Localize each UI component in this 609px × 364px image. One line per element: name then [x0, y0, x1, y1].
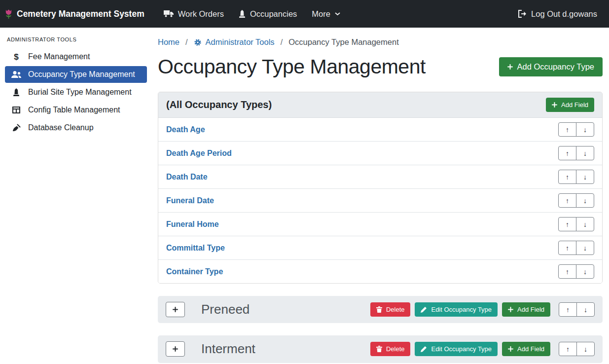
- sidebar-item-label: Database Cleanup: [28, 123, 94, 132]
- expand-button[interactable]: [166, 302, 185, 317]
- users-icon: [11, 71, 22, 78]
- plus-icon: [552, 102, 557, 108]
- field-link[interactable]: Container Type: [166, 267, 223, 276]
- field-row: Death Age↑↓: [158, 118, 602, 142]
- broom-icon: [11, 124, 22, 132]
- sidebar-item-label: Fee Management: [28, 52, 90, 61]
- sidebar-item-fee-management[interactable]: $Fee Management: [5, 48, 147, 65]
- field-row: Funeral Date↑↓: [158, 189, 602, 213]
- page-title: Occupancy Type Management: [158, 55, 426, 79]
- plus-icon: [507, 64, 513, 70]
- field-link[interactable]: Death Age Period: [166, 149, 232, 158]
- plus-icon: [173, 307, 178, 312]
- reorder-buttons: ↑↓: [558, 170, 594, 184]
- move-down-button[interactable]: ↓: [576, 241, 594, 255]
- arrow-up-icon: ↑: [566, 150, 569, 157]
- arrow-down-icon: ↓: [583, 126, 587, 133]
- sidebar-item-label: Burial Site Type Management: [28, 88, 132, 97]
- reorder-buttons: ↑↓: [558, 193, 594, 208]
- delete-button[interactable]: Delete: [370, 342, 411, 356]
- move-up-button[interactable]: ↑: [558, 217, 576, 231]
- arrow-down-icon: ↓: [583, 245, 587, 252]
- nav-more[interactable]: More: [304, 0, 348, 28]
- breadcrumb-home-link[interactable]: Home: [158, 37, 179, 47]
- move-down-button[interactable]: ↓: [576, 302, 595, 317]
- move-down-button[interactable]: ↓: [576, 146, 594, 160]
- move-down-button[interactable]: ↓: [576, 264, 594, 279]
- plus-icon: [508, 346, 513, 352]
- edit-occupancy-type-button[interactable]: Edit Occupancy Type: [415, 342, 498, 356]
- move-up-button[interactable]: ↑: [558, 122, 576, 137]
- reorder-buttons: ↑↓: [558, 122, 594, 137]
- sidebar-item-label: Occupancy Type Management: [28, 70, 135, 79]
- field-row: Death Age Period↑↓: [158, 142, 602, 165]
- nav-work-orders[interactable]: Work Orders: [156, 0, 231, 28]
- occupancy-type-section-interment: IntermentDeleteEdit Occupancy TypeAdd Fi…: [158, 335, 603, 363]
- move-up-button[interactable]: ↑: [559, 342, 577, 356]
- move-up-button[interactable]: ↑: [558, 193, 576, 208]
- dollar-icon: $: [11, 53, 22, 61]
- arrow-up-icon: ↑: [566, 268, 569, 275]
- arrow-down-icon: ↓: [583, 174, 587, 181]
- brand[interactable]: Cemetery Management System: [5, 9, 144, 19]
- move-down-button[interactable]: ↓: [576, 193, 594, 208]
- all-occupancy-types-card: (All Occupancy Types) Add Field Death Ag…: [158, 92, 603, 284]
- occupancy-type-section-preneed: PreneedDeleteEdit Occupancy TypeAdd Fiel…: [158, 296, 603, 323]
- logout-link[interactable]: Log Out d.gowans: [510, 0, 597, 28]
- breadcrumb-separator: /: [185, 37, 188, 47]
- section-actions: DeleteEdit Occupancy TypeAdd Field↑↓: [370, 342, 595, 356]
- move-up-button[interactable]: ↑: [558, 170, 576, 184]
- add-field-button[interactable]: Add Field: [502, 302, 550, 317]
- field-link[interactable]: Funeral Home: [166, 220, 219, 229]
- move-up-button[interactable]: ↑: [558, 146, 576, 160]
- field-link[interactable]: Committal Type: [166, 244, 225, 253]
- plus-icon: [173, 346, 178, 352]
- reorder-buttons: ↑↓: [558, 146, 594, 160]
- move-down-button[interactable]: ↓: [576, 342, 595, 356]
- arrow-down-icon: ↓: [583, 197, 587, 204]
- add-field-button[interactable]: Add Field: [502, 342, 550, 356]
- arrow-up-icon: ↑: [566, 197, 569, 204]
- move-up-button[interactable]: ↑: [558, 264, 576, 279]
- section-title: Preneed: [201, 302, 250, 317]
- pencil-icon: [421, 306, 427, 313]
- move-down-button[interactable]: ↓: [576, 217, 594, 231]
- table-icon: [11, 107, 22, 113]
- breadcrumb-admin-tools-link[interactable]: Administrator Tools: [194, 37, 275, 47]
- move-down-button[interactable]: ↓: [576, 122, 594, 137]
- plus-icon: [508, 307, 513, 312]
- monument-icon: [11, 88, 22, 96]
- move-down-button[interactable]: ↓: [576, 170, 594, 184]
- breadcrumb: Home / Administrator Tools / Occupancy T…: [158, 35, 603, 47]
- top-navbar: Cemetery Management System Work Orders O…: [0, 0, 609, 28]
- arrow-up-icon: ↑: [566, 245, 569, 252]
- move-up-button[interactable]: ↑: [559, 302, 577, 317]
- field-link[interactable]: Funeral Date: [166, 196, 214, 205]
- brand-label: Cemetery Management System: [17, 9, 144, 19]
- reorder-buttons: ↑↓: [559, 302, 595, 317]
- field-link[interactable]: Death Date: [166, 173, 208, 182]
- add-occupancy-type-button[interactable]: Add Occupancy Type: [499, 57, 603, 76]
- reorder-buttons: ↑↓: [558, 241, 594, 255]
- sidebar-header: ADMINISTRATOR TOOLS: [0, 33, 152, 47]
- sidebar-item-occupancy-type-management[interactable]: Occupancy Type Management: [5, 66, 147, 83]
- sidebar-item-burial-site-type-management[interactable]: Burial Site Type Management: [5, 84, 147, 101]
- arrow-up-icon: ↑: [566, 306, 570, 313]
- add-field-button[interactable]: Add Field: [546, 98, 594, 112]
- delete-button[interactable]: Delete: [370, 302, 411, 317]
- section-actions: DeleteEdit Occupancy TypeAdd Field↑↓: [370, 302, 595, 317]
- nav-occupancies[interactable]: Occupancies: [231, 0, 304, 28]
- sidebar-item-config-table-management[interactable]: Config Table Management: [5, 102, 147, 118]
- reorder-buttons: ↑↓: [559, 342, 595, 356]
- field-row: Container Type↑↓: [158, 260, 602, 283]
- expand-button[interactable]: [166, 341, 185, 357]
- arrow-up-icon: ↑: [566, 126, 569, 133]
- reorder-buttons: ↑↓: [558, 264, 594, 279]
- field-row: Death Date↑↓: [158, 165, 602, 189]
- arrow-down-icon: ↓: [584, 306, 587, 313]
- field-link[interactable]: Death Age: [166, 125, 205, 134]
- truck-icon: [164, 10, 174, 18]
- move-up-button[interactable]: ↑: [558, 241, 576, 255]
- edit-occupancy-type-button[interactable]: Edit Occupancy Type: [415, 302, 498, 317]
- sidebar-item-database-cleanup[interactable]: Database Cleanup: [5, 119, 147, 136]
